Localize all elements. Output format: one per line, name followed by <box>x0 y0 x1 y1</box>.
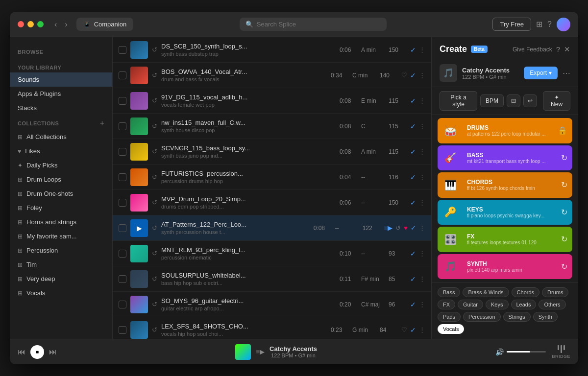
more-icon[interactable]: ⋮ <box>419 301 425 308</box>
card-keys[interactable]: 🔑 KEYS tl piano loops psychic swagga key… <box>438 200 572 225</box>
add-collection-button[interactable]: + <box>100 119 104 128</box>
loop-icon[interactable]: ↺ <box>152 97 157 104</box>
refresh-icon[interactable]: ↻ <box>556 180 572 189</box>
help-circle-icon[interactable]: ? <box>556 45 560 53</box>
loop-icon[interactable]: ↺ <box>152 275 157 282</box>
sidebar-item-all-collections[interactable]: ⊞ All Collections <box>10 130 112 144</box>
genre-tag-fx[interactable]: FX <box>438 300 455 309</box>
sidebar-item-sounds[interactable]: Sounds <box>10 72 112 87</box>
sidebar-item-drum-loops[interactable]: ⊞ Drum Loops <box>10 172 112 187</box>
undo-icon[interactable]: ↩ <box>523 94 537 107</box>
genre-tag-keys[interactable]: Keys <box>486 300 508 309</box>
track-checkbox[interactable] <box>119 173 126 181</box>
bpm-button[interactable]: BPM <box>480 94 504 107</box>
more-icon[interactable]: ⋮ <box>419 199 425 206</box>
sidebar-item-vocals[interactable]: ⊞ Vocals <box>10 286 112 300</box>
track-row[interactable]: ↺ MNT_RLM_93_perc_kling_l... percussion … <box>113 241 431 266</box>
export-button[interactable]: Export ▾ <box>524 67 558 79</box>
stop-button[interactable]: ■ <box>30 345 44 359</box>
loop-icon[interactable]: ↺ <box>152 224 157 232</box>
companion-tab[interactable]: 📱 Companion <box>76 18 134 31</box>
feedback-link[interactable]: Give Feedback <box>513 46 552 53</box>
card-synth[interactable]: 🎵 SYNTH plx ett 140 arp mars amin ↻ <box>438 254 572 280</box>
track-row[interactable]: ↺ nw_ins115_maven_full_C.w... synth hous… <box>113 114 431 139</box>
track-row[interactable]: ↺ FUTURISTICS_percussion... percussion d… <box>113 164 431 190</box>
genre-tag-guitar[interactable]: Guitar <box>458 300 483 309</box>
minimize-button[interactable] <box>27 21 34 27</box>
loop-icon[interactable]: ↺ <box>152 173 157 181</box>
check-icon[interactable]: ✓ <box>410 173 416 181</box>
volume-slider[interactable] <box>507 351 546 352</box>
check-icon[interactable]: ✓ <box>411 224 416 232</box>
check-icon[interactable]: ✓ <box>410 148 416 156</box>
loop-icon[interactable]: ↺ <box>152 250 157 257</box>
more-icon[interactable]: ⋮ <box>419 71 425 79</box>
track-row[interactable]: ↺ DS_SCB_150_synth_loop_s... synth bass … <box>113 37 431 63</box>
maximize-button[interactable] <box>37 21 44 27</box>
loop-icon[interactable]: ↺ <box>152 46 157 53</box>
more-icon[interactable]: ⋮ <box>419 250 425 257</box>
play-icon[interactable]: ▶ <box>130 219 148 237</box>
track-checkbox[interactable] <box>119 224 126 232</box>
mixer-icon[interactable]: ⊟ <box>507 94 520 107</box>
track-row[interactable]: ▶ ↺ AT_Patterns_122_Perc_Loo... synth pe… <box>113 215 431 241</box>
sidebar-item-percussion[interactable]: ⊞ Percussion <box>10 243 112 258</box>
check-icon[interactable]: ✓ <box>410 301 416 308</box>
check-icon[interactable]: ✓ <box>410 275 416 283</box>
card-bass[interactable]: 🎸 BASS mt kit21 transport bass synth loo… <box>438 145 572 171</box>
track-checkbox[interactable] <box>119 46 126 54</box>
more-icon[interactable]: ⋮ <box>419 224 425 232</box>
track-checkbox[interactable] <box>119 148 126 156</box>
heart-icon[interactable]: ♥ <box>404 224 408 232</box>
track-checkbox[interactable] <box>119 326 126 334</box>
track-checkbox[interactable] <box>119 97 126 105</box>
track-row[interactable]: ↺ SOULSURPLUS_whitelabel... bass hip hop… <box>113 266 431 292</box>
close-icon[interactable]: ✕ <box>564 45 570 54</box>
close-button[interactable] <box>18 21 24 27</box>
loop-icon[interactable]: ↺ <box>152 148 157 155</box>
more-icon[interactable]: ⋮ <box>419 97 425 104</box>
loop-icon[interactable]: ↺ <box>152 301 157 308</box>
more-icon[interactable]: ⋮ <box>419 173 425 181</box>
lock-icon[interactable]: 🔒 <box>553 126 572 135</box>
heart-icon[interactable]: ♡ <box>401 71 407 79</box>
more-icon[interactable]: ⋮ <box>419 148 425 155</box>
track-row[interactable]: ↺ BOS_OWVA_140_Vocal_Atr... drum and bas… <box>113 63 431 88</box>
track-checkbox[interactable] <box>119 199 126 207</box>
search-input[interactable] <box>257 21 381 28</box>
sidebar-item-fav-sam[interactable]: ⊞ My favorite sam... <box>10 229 112 243</box>
check-icon[interactable]: ✓ <box>410 199 416 207</box>
refresh-icon[interactable]: ↻ <box>556 208 572 217</box>
help-icon[interactable]: ? <box>547 20 552 29</box>
search-bar[interactable]: 🔍 <box>240 18 387 31</box>
track-row[interactable]: ↺ MVP_Drum_Loop_20_Simp... drums edm pop… <box>113 190 431 215</box>
sidebar-item-apps[interactable]: Apps & Plugins <box>10 87 112 101</box>
more-icon[interactable]: ⋮ <box>419 46 425 53</box>
refresh-icon[interactable]: ↻ <box>556 262 572 271</box>
genre-tag-others[interactable]: Others <box>539 300 565 309</box>
sidebar-item-likes[interactable]: ♥ Likes <box>10 144 112 158</box>
pick-style-button[interactable]: Pick a style <box>440 91 477 111</box>
back-button[interactable]: ‹ <box>51 18 60 31</box>
loop-icon[interactable]: ↺ <box>152 326 157 333</box>
check-icon[interactable]: ✓ <box>410 122 416 130</box>
playlist-add-icon[interactable]: ≡▶ <box>384 224 393 232</box>
refresh-icon[interactable]: ↻ <box>556 235 572 244</box>
track-checkbox[interactable] <box>119 301 126 308</box>
sidebar-item-very-deep[interactable]: ⊞ Very deep <box>10 272 112 286</box>
forward-button[interactable]: › <box>62 18 70 31</box>
more-options-button[interactable]: ⋯ <box>563 69 570 78</box>
try-free-button[interactable]: Try Free <box>492 18 531 31</box>
sidebar-item-drum-oneshots[interactable]: ⊞ Drum One-shots <box>10 187 112 201</box>
track-row[interactable]: ↺ SO_MYS_96_guitar_electri... guitar ele… <box>113 292 431 317</box>
sidebar-item-stacks[interactable]: Stacks <box>10 101 112 115</box>
genre-tag-leads[interactable]: Leads <box>511 300 537 309</box>
card-fx[interactable]: 🎛️ FX tl textures loops textures 01 120 … <box>438 227 572 252</box>
genre-tag-bass[interactable]: Bass <box>438 287 460 297</box>
track-checkbox[interactable] <box>119 71 126 79</box>
check-icon[interactable]: ✓ <box>410 46 416 54</box>
screen-icon[interactable]: ⊞ <box>536 20 542 29</box>
track-row[interactable]: ↺ SCVNGR_115_bass_loop_sy... synth bass … <box>113 139 431 164</box>
avatar[interactable] <box>557 18 570 31</box>
check-icon[interactable]: ✓ <box>410 250 416 258</box>
